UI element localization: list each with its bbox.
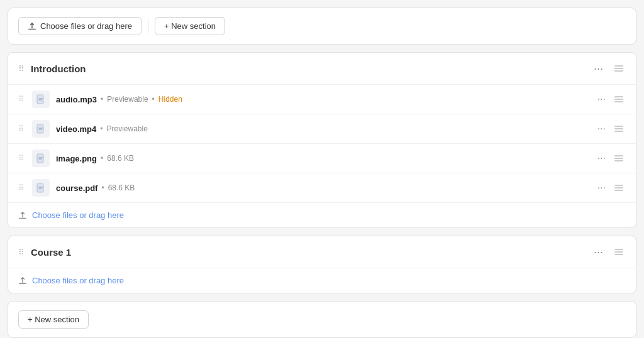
- new-section-label-top: + New section: [164, 21, 216, 31]
- section-course1-title: Course 1: [31, 247, 585, 258]
- file-drag-handle-video[interactable]: ⠿: [18, 124, 26, 133]
- upload-icon: [28, 22, 36, 31]
- file-more-button-video[interactable]: ···: [594, 122, 609, 136]
- section-drag-handle-course1[interactable]: ⠿: [18, 248, 25, 257]
- video-file-icon: [36, 124, 46, 134]
- image-file-icon: [36, 153, 46, 163]
- section-introduction-more-button[interactable]: ···: [590, 62, 607, 75]
- file-reorder-image[interactable]: [612, 154, 626, 163]
- upload-row-course1: Choose files or drag here: [8, 268, 636, 293]
- svg-rect-0: [37, 95, 43, 104]
- file-meta-audio: Previewable: [107, 95, 148, 104]
- file-size-image: 68.6 KB: [107, 154, 134, 163]
- file-info-audio: audio.mp3 • Previewable • Hidden: [56, 95, 587, 104]
- file-hidden-badge-audio: Hidden: [158, 95, 182, 104]
- upload-link-introduction[interactable]: Choose files or drag here: [32, 210, 124, 220]
- file-row-video: ⠿ video.mp4 • Previewable ···: [8, 114, 636, 143]
- section-introduction-reorder[interactable]: [612, 64, 626, 73]
- file-name-image: image.png: [56, 154, 97, 163]
- file-name-video: video.mp4: [56, 124, 96, 134]
- file-actions-image: ···: [594, 151, 626, 165]
- top-toolbar: Choose files or drag here + New section: [8, 8, 636, 45]
- file-icon-audio: [32, 90, 50, 108]
- upload-row-introduction: Choose files or drag here: [8, 202, 636, 227]
- upload-link-course1[interactable]: Choose files or drag here: [32, 276, 124, 285]
- file-info-image: image.png • 68.6 KB: [56, 154, 587, 163]
- file-info-video: video.mp4 • Previewable: [56, 124, 587, 134]
- new-section-label-bottom: + New section: [28, 315, 79, 324]
- new-section-button-bottom[interactable]: + New section: [18, 310, 89, 329]
- file-actions-audio: ···: [594, 92, 626, 106]
- upload-button[interactable]: Choose files or drag here: [18, 17, 142, 35]
- ellipsis-icon: ···: [594, 63, 603, 74]
- file-row-audio: ⠿ audio.mp3 • Previewable • Hidden ···: [8, 84, 636, 114]
- file-name-audio: audio.mp3: [56, 95, 97, 104]
- file-drag-handle-image[interactable]: ⠿: [18, 154, 26, 163]
- section-introduction-title: Introduction: [31, 63, 585, 74]
- bottom-bar: + New section: [8, 301, 636, 338]
- section-course1: ⠿ Course 1 ··· Choose files or drag here: [8, 236, 636, 293]
- file-name-pdf: course.pdf: [56, 183, 97, 193]
- ellipsis-icon-course1: ···: [594, 246, 603, 258]
- section-drag-handle[interactable]: ⠿: [18, 64, 25, 74]
- file-reorder-audio[interactable]: [612, 95, 626, 104]
- file-row-image: ⠿ image.png • 68.6 KB ···: [8, 143, 636, 173]
- file-more-button-pdf[interactable]: ···: [594, 181, 609, 195]
- audio-file-icon: [36, 94, 46, 104]
- svg-rect-1: [37, 124, 43, 133]
- svg-rect-3: [37, 183, 43, 192]
- section-course1-header: ⠿ Course 1 ···: [8, 236, 636, 268]
- file-icon-pdf: [32, 179, 50, 197]
- upload-arrow-icon: [18, 211, 27, 220]
- file-size-pdf: 68.6 KB: [108, 183, 135, 192]
- file-more-button-audio[interactable]: ···: [594, 92, 609, 106]
- section-introduction: ⠿ Introduction ··· ⠿ audio.mp3 • Preview…: [8, 52, 636, 228]
- toolbar-divider: [148, 19, 148, 33]
- file-row-pdf: ⠿ course.pdf • 68.6 KB ···: [8, 173, 636, 202]
- upload-icon-course1: [18, 276, 27, 285]
- file-reorder-pdf[interactable]: [612, 183, 626, 192]
- file-icon-image: [32, 150, 50, 167]
- upload-arrow-icon-course1: [18, 276, 27, 285]
- file-reorder-video[interactable]: [612, 124, 626, 133]
- file-meta-video: Previewable: [107, 124, 148, 133]
- file-actions-pdf: ···: [594, 181, 626, 195]
- file-drag-handle-pdf[interactable]: ⠿: [18, 183, 26, 192]
- section-course1-more-button[interactable]: ···: [590, 245, 607, 259]
- new-section-button-top[interactable]: + New section: [155, 17, 225, 35]
- file-drag-handle[interactable]: ⠿: [18, 95, 26, 104]
- file-more-button-image[interactable]: ···: [594, 151, 609, 165]
- section-course1-reorder[interactable]: [612, 248, 626, 256]
- upload-label: Choose files or drag here: [40, 21, 132, 31]
- upload-icon-introduction: [18, 211, 27, 220]
- svg-rect-2: [37, 154, 43, 163]
- section-introduction-header: ⠿ Introduction ···: [8, 53, 636, 84]
- file-info-pdf: course.pdf • 68.6 KB: [56, 183, 587, 193]
- file-actions-video: ···: [594, 122, 626, 136]
- file-icon-video: [32, 120, 50, 138]
- pdf-file-icon: [36, 183, 46, 193]
